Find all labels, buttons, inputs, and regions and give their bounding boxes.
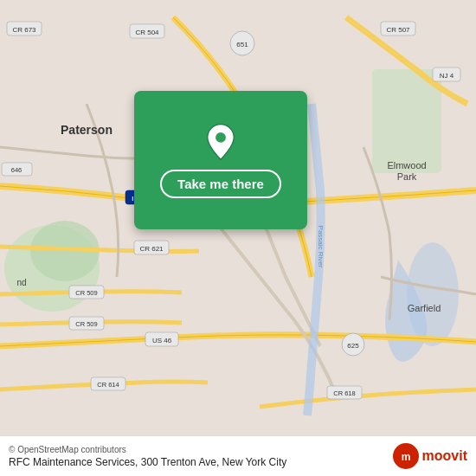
moovit-logo: m moovit [392,442,467,470]
svg-text:NJ 4: NJ 4 [440,72,454,80]
moovit-brand-icon: m [392,442,420,470]
svg-point-41 [215,132,226,143]
osm-credit: © OpenStreetMap contributors [9,445,286,454]
svg-text:CR 504: CR 504 [135,29,159,36]
svg-text:m: m [401,451,410,463]
action-card: Take me there [134,91,307,229]
bottom-bar: © OpenStreetMap contributors RFC Mainten… [0,435,476,476]
svg-text:Elmwood: Elmwood [387,160,426,170]
svg-text:Paterson: Paterson [61,123,113,137]
svg-text:CR 509: CR 509 [75,289,97,297]
svg-text:646: 646 [11,166,23,174]
svg-text:Park: Park [397,171,417,182]
svg-text:CR 621: CR 621 [139,245,164,253]
map-background: CR 673 CR 504 651 CR 507 NJ 4 646 I 80 N… [0,0,476,476]
location-pin-icon [202,123,240,161]
svg-text:Garfield: Garfield [408,303,441,313]
svg-text:CR 673: CR 673 [12,26,36,34]
bottom-info: © OpenStreetMap contributors RFC Mainten… [9,445,286,468]
svg-text:CR 507: CR 507 [386,26,410,34]
svg-text:nd: nd [16,278,26,287]
svg-text:651: 651 [236,41,248,48]
moovit-label: moovit [422,448,467,464]
svg-text:Passaic River: Passaic River [317,226,325,268]
address-text: RFC Maintenance Services, 300 Trenton Av… [9,456,286,468]
svg-text:CR 614: CR 614 [97,381,119,389]
svg-text:CR 618: CR 618 [333,389,355,397]
svg-text:CR 509: CR 509 [75,320,97,328]
take-me-there-button[interactable]: Take me there [160,170,281,198]
svg-text:US 46: US 46 [152,337,172,344]
svg-text:625: 625 [347,342,359,350]
map-container: CR 673 CR 504 651 CR 507 NJ 4 646 I 80 N… [0,0,476,476]
